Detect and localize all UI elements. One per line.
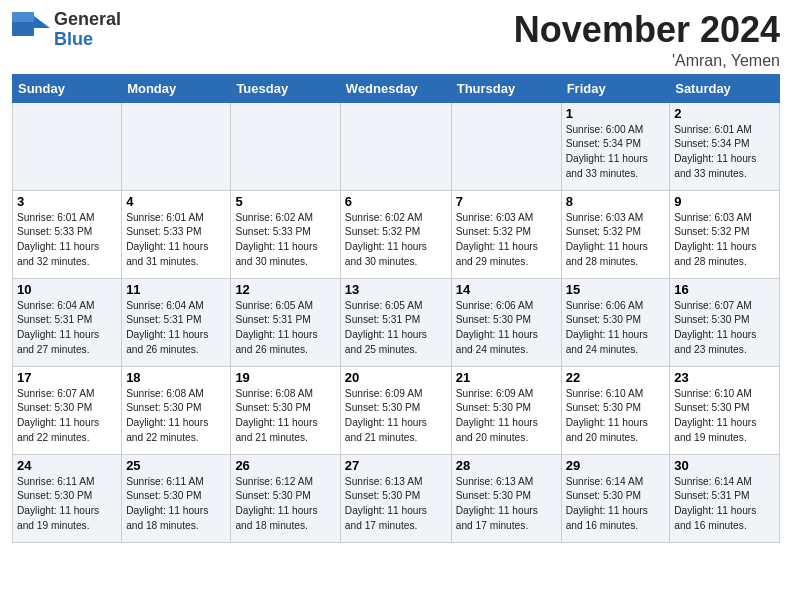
calendar-cell: 26Sunrise: 6:12 AMSunset: 5:30 PMDayligh…: [231, 454, 340, 542]
calendar-cell: 11Sunrise: 6:04 AMSunset: 5:31 PMDayligh…: [122, 278, 231, 366]
day-number: 15: [566, 282, 666, 297]
day-number: 6: [345, 194, 447, 209]
cell-info: Sunrise: 6:14 AMSunset: 5:30 PMDaylight:…: [566, 475, 666, 534]
cell-info: Sunrise: 6:08 AMSunset: 5:30 PMDaylight:…: [126, 387, 226, 446]
day-number: 4: [126, 194, 226, 209]
calendar-row: 1Sunrise: 6:00 AMSunset: 5:34 PMDaylight…: [13, 102, 780, 190]
calendar-cell: [340, 102, 451, 190]
month-title: November 2024: [514, 10, 780, 50]
calendar-cell: 7Sunrise: 6:03 AMSunset: 5:32 PMDaylight…: [451, 190, 561, 278]
title-block: November 2024 'Amran, Yemen: [514, 10, 780, 70]
cell-info: Sunrise: 6:01 AMSunset: 5:33 PMDaylight:…: [17, 211, 117, 270]
day-number: 28: [456, 458, 557, 473]
calendar-cell: 29Sunrise: 6:14 AMSunset: 5:30 PMDayligh…: [561, 454, 670, 542]
day-number: 30: [674, 458, 775, 473]
cell-info: Sunrise: 6:11 AMSunset: 5:30 PMDaylight:…: [17, 475, 117, 534]
svg-marker-2: [34, 16, 50, 28]
calendar-cell: 6Sunrise: 6:02 AMSunset: 5:32 PMDaylight…: [340, 190, 451, 278]
cell-info: Sunrise: 6:03 AMSunset: 5:32 PMDaylight:…: [566, 211, 666, 270]
calendar-cell: 19Sunrise: 6:08 AMSunset: 5:30 PMDayligh…: [231, 366, 340, 454]
weekday-header-friday: Friday: [561, 74, 670, 102]
calendar-row: 24Sunrise: 6:11 AMSunset: 5:30 PMDayligh…: [13, 454, 780, 542]
logo-general: General: [54, 10, 121, 30]
calendar-cell: 2Sunrise: 6:01 AMSunset: 5:34 PMDaylight…: [670, 102, 780, 190]
cell-info: Sunrise: 6:09 AMSunset: 5:30 PMDaylight:…: [345, 387, 447, 446]
cell-info: Sunrise: 6:07 AMSunset: 5:30 PMDaylight:…: [17, 387, 117, 446]
calendar-cell: 23Sunrise: 6:10 AMSunset: 5:30 PMDayligh…: [670, 366, 780, 454]
cell-info: Sunrise: 6:10 AMSunset: 5:30 PMDaylight:…: [674, 387, 775, 446]
day-number: 16: [674, 282, 775, 297]
day-number: 17: [17, 370, 117, 385]
calendar-cell: 24Sunrise: 6:11 AMSunset: 5:30 PMDayligh…: [13, 454, 122, 542]
calendar-cell: [122, 102, 231, 190]
calendar-cell: 9Sunrise: 6:03 AMSunset: 5:32 PMDaylight…: [670, 190, 780, 278]
header: General Blue November 2024 'Amran, Yemen: [12, 10, 780, 70]
calendar-cell: 13Sunrise: 6:05 AMSunset: 5:31 PMDayligh…: [340, 278, 451, 366]
calendar-cell: 28Sunrise: 6:13 AMSunset: 5:30 PMDayligh…: [451, 454, 561, 542]
calendar-cell: 22Sunrise: 6:10 AMSunset: 5:30 PMDayligh…: [561, 366, 670, 454]
logo-blue: Blue: [54, 30, 121, 50]
calendar-cell: 10Sunrise: 6:04 AMSunset: 5:31 PMDayligh…: [13, 278, 122, 366]
cell-info: Sunrise: 6:10 AMSunset: 5:30 PMDaylight:…: [566, 387, 666, 446]
weekday-header-thursday: Thursday: [451, 74, 561, 102]
cell-info: Sunrise: 6:06 AMSunset: 5:30 PMDaylight:…: [566, 299, 666, 358]
day-number: 25: [126, 458, 226, 473]
day-number: 7: [456, 194, 557, 209]
calendar-cell: 18Sunrise: 6:08 AMSunset: 5:30 PMDayligh…: [122, 366, 231, 454]
day-number: 1: [566, 106, 666, 121]
calendar-cell: 30Sunrise: 6:14 AMSunset: 5:31 PMDayligh…: [670, 454, 780, 542]
calendar-cell: 5Sunrise: 6:02 AMSunset: 5:33 PMDaylight…: [231, 190, 340, 278]
weekday-header-sunday: Sunday: [13, 74, 122, 102]
calendar-cell: 16Sunrise: 6:07 AMSunset: 5:30 PMDayligh…: [670, 278, 780, 366]
day-number: 21: [456, 370, 557, 385]
calendar-cell: 20Sunrise: 6:09 AMSunset: 5:30 PMDayligh…: [340, 366, 451, 454]
calendar-cell: 27Sunrise: 6:13 AMSunset: 5:30 PMDayligh…: [340, 454, 451, 542]
calendar-cell: 17Sunrise: 6:07 AMSunset: 5:30 PMDayligh…: [13, 366, 122, 454]
day-number: 11: [126, 282, 226, 297]
logo-icon: [12, 12, 50, 44]
calendar-row: 10Sunrise: 6:04 AMSunset: 5:31 PMDayligh…: [13, 278, 780, 366]
cell-info: Sunrise: 6:07 AMSunset: 5:30 PMDaylight:…: [674, 299, 775, 358]
calendar-cell: 4Sunrise: 6:01 AMSunset: 5:33 PMDaylight…: [122, 190, 231, 278]
calendar-cell: [13, 102, 122, 190]
weekday-header-tuesday: Tuesday: [231, 74, 340, 102]
day-number: 23: [674, 370, 775, 385]
cell-info: Sunrise: 6:01 AMSunset: 5:33 PMDaylight:…: [126, 211, 226, 270]
cell-info: Sunrise: 6:03 AMSunset: 5:32 PMDaylight:…: [456, 211, 557, 270]
day-number: 27: [345, 458, 447, 473]
logo: General Blue: [12, 10, 121, 50]
day-number: 8: [566, 194, 666, 209]
weekday-header-row: SundayMondayTuesdayWednesdayThursdayFrid…: [13, 74, 780, 102]
page: General Blue November 2024 'Amran, Yemen…: [0, 0, 792, 553]
cell-info: Sunrise: 6:03 AMSunset: 5:32 PMDaylight:…: [674, 211, 775, 270]
calendar-cell: 21Sunrise: 6:09 AMSunset: 5:30 PMDayligh…: [451, 366, 561, 454]
weekday-header-wednesday: Wednesday: [340, 74, 451, 102]
cell-info: Sunrise: 6:01 AMSunset: 5:34 PMDaylight:…: [674, 123, 775, 182]
day-number: 29: [566, 458, 666, 473]
day-number: 24: [17, 458, 117, 473]
svg-rect-1: [12, 12, 34, 22]
day-number: 5: [235, 194, 335, 209]
cell-info: Sunrise: 6:08 AMSunset: 5:30 PMDaylight:…: [235, 387, 335, 446]
day-number: 14: [456, 282, 557, 297]
day-number: 18: [126, 370, 226, 385]
calendar-cell: 25Sunrise: 6:11 AMSunset: 5:30 PMDayligh…: [122, 454, 231, 542]
cell-info: Sunrise: 6:02 AMSunset: 5:33 PMDaylight:…: [235, 211, 335, 270]
day-number: 22: [566, 370, 666, 385]
cell-info: Sunrise: 6:09 AMSunset: 5:30 PMDaylight:…: [456, 387, 557, 446]
weekday-header-saturday: Saturday: [670, 74, 780, 102]
cell-info: Sunrise: 6:11 AMSunset: 5:30 PMDaylight:…: [126, 475, 226, 534]
cell-info: Sunrise: 6:04 AMSunset: 5:31 PMDaylight:…: [17, 299, 117, 358]
day-number: 26: [235, 458, 335, 473]
day-number: 20: [345, 370, 447, 385]
cell-info: Sunrise: 6:05 AMSunset: 5:31 PMDaylight:…: [345, 299, 447, 358]
day-number: 3: [17, 194, 117, 209]
cell-info: Sunrise: 6:06 AMSunset: 5:30 PMDaylight:…: [456, 299, 557, 358]
calendar-cell: [231, 102, 340, 190]
weekday-header-monday: Monday: [122, 74, 231, 102]
day-number: 13: [345, 282, 447, 297]
day-number: 9: [674, 194, 775, 209]
cell-info: Sunrise: 6:14 AMSunset: 5:31 PMDaylight:…: [674, 475, 775, 534]
calendar-cell: 15Sunrise: 6:06 AMSunset: 5:30 PMDayligh…: [561, 278, 670, 366]
cell-info: Sunrise: 6:05 AMSunset: 5:31 PMDaylight:…: [235, 299, 335, 358]
